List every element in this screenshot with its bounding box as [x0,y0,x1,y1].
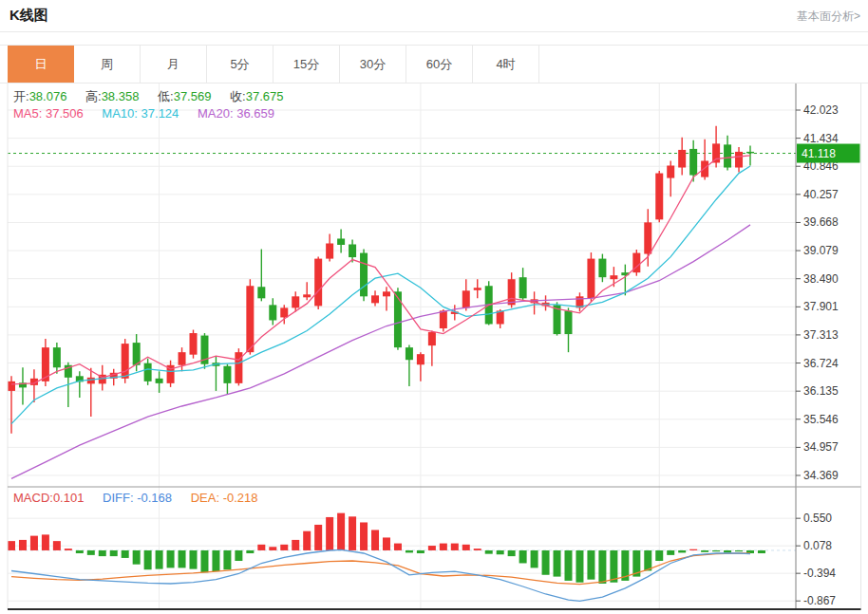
candlestick-layer [8,126,754,434]
dea-value: -0.218 [223,491,258,505]
ma5-label: MA5: [13,106,42,121]
ma10-line [11,166,750,424]
diff-label: DIFF: [103,491,134,505]
svg-text:-0.867: -0.867 [803,594,836,607]
svg-text:34.369: 34.369 [803,469,839,482]
svg-text:42.023: 42.023 [803,103,839,117]
dea-label: DEA: [191,491,219,505]
svg-text:0.550: 0.550 [803,512,832,525]
svg-text:36.135: 36.135 [803,384,839,398]
svg-text:40.257: 40.257 [803,188,839,201]
svg-text:37.313: 37.313 [803,328,839,342]
low-label: 低: [158,89,174,103]
macd-readout: MACD:0.101 DIFF: -0.168 DEA: -0.218 [13,491,274,505]
close-value: 37.675 [246,89,284,103]
svg-text:41.434: 41.434 [803,132,839,145]
svg-text:39.079: 39.079 [803,244,839,257]
high-value: 38.358 [102,89,140,103]
svg-text:38.490: 38.490 [803,272,839,286]
ohlc-readout: 开:38.076 高:38.358 低:37.569 收:37.675 [13,88,298,105]
ma20-value: 36.659 [236,106,274,121]
open-label: 开: [13,89,29,103]
svg-text:37.901: 37.901 [803,300,839,313]
close-label: 收: [230,89,246,103]
open-value: 38.076 [29,89,67,103]
svg-text:36.724: 36.724 [803,357,839,370]
svg-text:39.668: 39.668 [803,215,839,229]
ma10-label: MA10: [102,106,138,121]
kline-page: 42.02341.43440.84640.25739.66839.07938.4… [0,0,868,614]
svg-text:0.078: 0.078 [803,539,832,552]
svg-text:-0.394: -0.394 [803,567,836,580]
y-axis-labels: 42.02341.43440.84640.25739.66839.07938.4… [796,103,839,607]
current-price-tag: 41.118 [797,144,860,163]
ma-readout: MA5: 37.506 MA10: 37.124 MA20: 36.659 [13,106,290,121]
low-value: 37.569 [174,89,212,103]
svg-text:41.118: 41.118 [802,147,836,160]
ma10-value: 37.124 [142,106,179,121]
macd-label: MACD: [13,491,53,505]
ma5-value: 37.506 [46,106,84,121]
ma20-label: MA20: [198,106,234,121]
svg-text:34.957: 34.957 [803,440,839,454]
macd-value: 0.101 [53,491,85,505]
svg-text:35.546: 35.546 [803,413,839,426]
high-label: 高: [85,89,102,103]
diff-value: -0.168 [137,491,172,505]
